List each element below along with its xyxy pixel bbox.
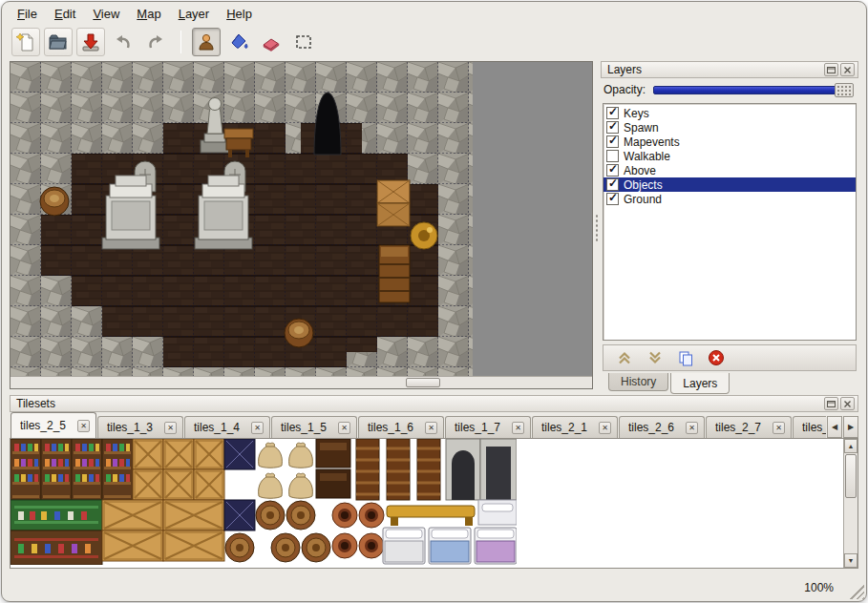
map-hscroll-handle[interactable] bbox=[406, 378, 440, 387]
save-map-button[interactable] bbox=[76, 28, 105, 56]
layer-checkbox[interactable] bbox=[606, 135, 619, 148]
layer-label: Keys bbox=[624, 107, 649, 120]
tileset-tab[interactable]: tiles_1_5✕ bbox=[271, 416, 357, 438]
layer-delete-button[interactable] bbox=[707, 348, 726, 367]
new-map-button[interactable] bbox=[11, 28, 40, 56]
scroll-down-icon[interactable]: ▼ bbox=[844, 553, 857, 568]
vertical-splitter[interactable] bbox=[593, 59, 601, 395]
tileset-tab[interactable]: tiles_2_5✕ bbox=[11, 412, 96, 438]
stamp-tool-button[interactable] bbox=[192, 28, 221, 56]
tilesets-panel-float-button[interactable] bbox=[824, 397, 838, 410]
map-horizontal-scrollbar[interactable] bbox=[11, 376, 592, 388]
map-image[interactable] bbox=[11, 62, 473, 379]
menu-edit[interactable]: Edit bbox=[47, 4, 83, 24]
tileset-vertical-scrollbar[interactable]: ▲ ▼ bbox=[843, 439, 857, 568]
undo-button[interactable] bbox=[109, 28, 138, 56]
tab-close-icon[interactable]: ✕ bbox=[77, 420, 90, 432]
menu-layer[interactable]: Layer bbox=[171, 4, 218, 24]
tileset-tab[interactable]: tiles_1_6✕ bbox=[358, 416, 444, 438]
layer-actions-bar bbox=[603, 344, 857, 371]
tab-close-icon[interactable]: ✕ bbox=[338, 422, 350, 434]
fill-tool-icon bbox=[228, 31, 249, 52]
tileset-tab[interactable]: tiles_2_1✕ bbox=[532, 416, 618, 438]
lower-layer-icon bbox=[646, 349, 664, 366]
tab-close-icon[interactable]: ✕ bbox=[686, 422, 698, 434]
selection-tool-icon bbox=[293, 31, 314, 52]
tab-close-icon[interactable]: ✕ bbox=[599, 422, 611, 434]
dock-tab-bar: History Layers bbox=[601, 373, 858, 395]
tab-close-icon[interactable]: ✕ bbox=[512, 422, 524, 434]
tab-history[interactable]: History bbox=[608, 373, 668, 391]
fill-tool-button[interactable] bbox=[224, 28, 253, 56]
tilesets-panel-close-button[interactable] bbox=[840, 397, 855, 410]
opacity-row: Opacity: bbox=[601, 78, 858, 101]
stamp-tool-icon bbox=[196, 31, 217, 52]
layer-row[interactable]: Mapevents bbox=[603, 135, 856, 149]
tab-close-icon[interactable]: ✕ bbox=[425, 422, 437, 434]
tab-scroll-right-icon[interactable]: ▶ bbox=[843, 416, 858, 438]
layer-checkbox[interactable] bbox=[606, 121, 619, 134]
menu-map[interactable]: Map bbox=[129, 4, 168, 24]
float-icon bbox=[825, 398, 837, 410]
layer-row[interactable]: Keys bbox=[603, 106, 856, 120]
map-canvas[interactable] bbox=[10, 61, 593, 389]
undo-icon bbox=[113, 31, 134, 52]
menu-view[interactable]: View bbox=[85, 4, 127, 24]
layer-lower-button[interactable] bbox=[646, 348, 665, 367]
toolbar bbox=[2, 25, 866, 59]
layer-raise-button[interactable] bbox=[615, 348, 634, 367]
opacity-slider-track[interactable] bbox=[653, 86, 850, 94]
layer-duplicate-button[interactable] bbox=[676, 348, 695, 367]
menu-file[interactable]: File bbox=[10, 4, 45, 24]
scroll-up-icon[interactable]: ▲ bbox=[844, 439, 857, 453]
layers-panel: Layers Opacity: bbox=[601, 59, 866, 395]
layer-row[interactable]: Spawn bbox=[603, 120, 856, 135]
tab-layers[interactable]: Layers bbox=[670, 373, 730, 394]
layers-panel-close-button[interactable] bbox=[840, 63, 855, 76]
tilesets-panel-title: Tilesets bbox=[16, 397, 822, 410]
tileset-tab[interactable]: tiles_1_4✕ bbox=[184, 416, 270, 438]
tileset-vscroll-handle[interactable] bbox=[845, 454, 857, 498]
eraser-tool-button[interactable] bbox=[257, 28, 286, 56]
layer-label: Walkable bbox=[624, 150, 670, 163]
layer-row[interactable]: Objects bbox=[603, 177, 856, 192]
layer-checkbox[interactable] bbox=[606, 107, 619, 119]
tileset-tab[interactable]: tiles_1_7✕ bbox=[445, 416, 531, 438]
tileset-tab-bar: tiles_2_5✕ tiles_1_3✕ tiles_1_4✕ tiles_1… bbox=[10, 412, 858, 438]
layers-panel-float-button[interactable] bbox=[824, 63, 838, 76]
duplicate-layer-icon bbox=[677, 349, 694, 366]
tab-scroll-left-icon[interactable]: ◀ bbox=[827, 416, 842, 438]
tileset-tab[interactable]: tiles_2_7✕ bbox=[706, 416, 792, 438]
save-icon bbox=[80, 31, 101, 52]
tab-history-label: History bbox=[621, 375, 656, 388]
tab-close-icon[interactable]: ✕ bbox=[773, 422, 785, 434]
layers-panel-header: Layers bbox=[601, 61, 858, 78]
close-icon bbox=[841, 398, 854, 410]
layer-row[interactable]: Walkable bbox=[603, 149, 856, 163]
tileset-content: ▲ ▼ bbox=[10, 438, 858, 569]
layers-panel-title: Layers bbox=[607, 63, 822, 76]
selection-tool-button[interactable] bbox=[289, 28, 318, 56]
tileset-image[interactable] bbox=[11, 439, 517, 565]
tileset-tab-label: tiles_1_5 bbox=[281, 421, 327, 434]
delete-layer-icon bbox=[708, 349, 725, 366]
open-map-button[interactable] bbox=[44, 28, 73, 56]
redo-button[interactable] bbox=[141, 28, 170, 56]
layer-row[interactable]: Ground bbox=[603, 192, 856, 206]
layer-checkbox[interactable] bbox=[606, 178, 619, 191]
layer-checkbox[interactable] bbox=[606, 164, 619, 177]
layer-label: Mapevents bbox=[624, 135, 680, 149]
tileset-tab[interactable]: tiles_2_6✕ bbox=[619, 416, 705, 438]
tab-close-icon[interactable]: ✕ bbox=[251, 422, 264, 434]
opacity-slider-handle[interactable] bbox=[835, 83, 854, 97]
raise-layer-icon bbox=[616, 349, 633, 366]
layer-checkbox[interactable] bbox=[606, 150, 619, 162]
layer-row[interactable]: Above bbox=[603, 163, 856, 177]
menu-help[interactable]: Help bbox=[219, 4, 260, 24]
opacity-slider[interactable] bbox=[653, 86, 850, 94]
tab-close-icon[interactable]: ✕ bbox=[164, 422, 177, 434]
layer-label: Objects bbox=[624, 178, 663, 192]
tileset-tab[interactable]: tiles_1_3✕ bbox=[97, 416, 183, 438]
resize-grip[interactable] bbox=[849, 584, 864, 599]
layer-checkbox[interactable] bbox=[606, 193, 619, 205]
